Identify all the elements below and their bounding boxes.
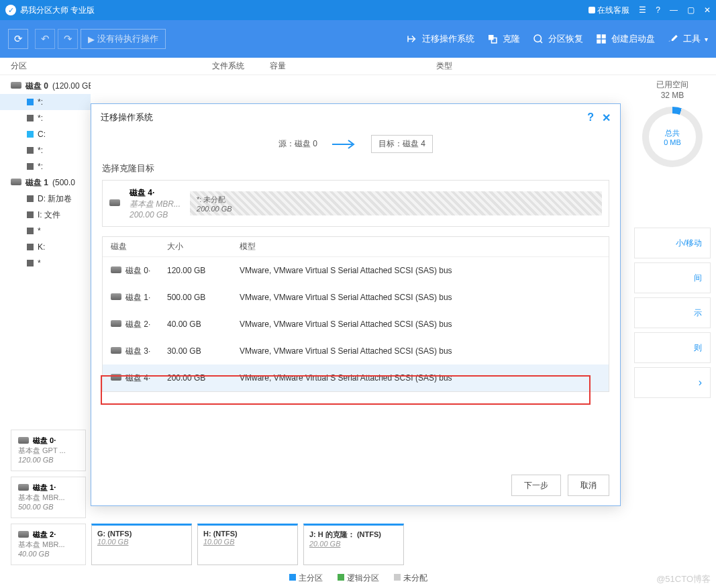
hdd-icon [111,346,121,356]
svg-point-2 [534,35,542,42]
disk-card[interactable]: 磁盘 2· 基本盘 MBR...40.00 GB [11,524,86,565]
partition-icon [27,99,34,105]
title-bar: ✓ 易我分区大师 专业版 在线客服 ☰ ? — ▢ ✕ [0,0,716,20]
partition-block[interactable]: J: H 的克隆： (NTFS)20.00 GB [303,524,404,565]
partition-icon [27,147,34,154]
col-filesystem: 文件系统 [212,60,270,72]
tree-part[interactable]: K: [0,239,91,255]
tree-part[interactable]: * [0,255,91,271]
tools-dropdown[interactable]: 工具 ▾ [667,33,708,45]
svg-rect-6 [602,40,606,44]
pending-ops-button[interactable]: ▶ 没有待执行操作 [81,29,166,49]
tree-part[interactable]: * [0,223,91,239]
partition-icon [27,195,34,202]
online-support-button[interactable]: 在线客服 [589,5,629,16]
partition-icon [27,131,34,138]
hdd-icon [18,437,29,445]
undo-button[interactable]: ↶ [35,29,55,49]
partition-icon [27,211,34,218]
minimize-icon[interactable]: — [670,5,678,15]
maximize-icon[interactable]: ▢ [687,5,695,15]
hdd-icon [111,373,121,383]
menu-list-icon[interactable]: ☰ [639,5,646,15]
op-more[interactable] [634,367,711,398]
refresh-button[interactable]: ⟳ [8,29,28,49]
svg-rect-5 [597,40,601,44]
hdd-icon [11,178,21,187]
col-partition: 分区 [11,60,212,72]
hdd-icon [111,266,121,275]
right-info-panel: 已用空间 32 MB 总共0 MB 小/移动 间 示 则 [629,75,716,406]
tree-part[interactable]: *: [0,158,91,175]
partition-legend: 主分区 逻辑分区 未分配 [0,573,716,584]
watermark: @51CTO博客 [656,573,711,585]
arrow-right-icon [331,139,358,150]
tree-disk-1[interactable]: 磁盘 1 (500.0 [0,175,91,191]
table-col-model: 模型 [240,241,609,252]
help-icon[interactable]: ? [656,5,660,15]
migrate-os-dialog: 迁移操作系统 ? ✕ 源：磁盘 0 目标：磁盘 4 选择克隆目标 磁盘 4· 基… [91,103,621,506]
partition-icon [27,244,34,250]
dialog-title: 迁移操作系统 [101,111,153,124]
redo-button[interactable]: ↷ [58,29,78,49]
cancel-button[interactable]: 取消 [568,475,609,496]
tree-part[interactable]: D: 新加卷 [0,191,91,207]
table-row[interactable]: 磁盘 1·500.00 GBVMware, VMware Virtual S S… [103,284,609,311]
tree-part[interactable]: *: [0,94,91,110]
partition-icon [27,115,34,121]
table-row[interactable]: 磁盘 3·30.00 GBVMware, VMware Virtual S Se… [103,338,609,364]
app-logo-icon: ✓ [5,5,16,15]
partition-icon [27,163,34,170]
partition-recovery-button[interactable]: 分区恢复 [532,33,583,45]
hdd-icon [18,531,29,539]
svg-rect-4 [602,34,606,38]
column-header: 分区 文件系统 容量 类型 [0,58,716,75]
app-title: 易我分区大师 专业版 [20,5,589,16]
hdd-icon [109,199,120,208]
table-row[interactable]: 磁盘 2·40.00 GBVMware, VMware Virtual S Se… [103,311,609,338]
tree-part[interactable]: *: [0,110,91,126]
op-row[interactable]: 示 [634,297,711,328]
tree-part[interactable]: C: [0,126,91,142]
table-col-disk: 磁盘 [103,241,167,252]
table-row[interactable]: 磁盘 0·120.00 GBVMware, VMware Virtual S S… [103,257,609,284]
source-target-row: 源：磁盘 0 目标：磁盘 4 [91,135,620,153]
disk-card[interactable]: 磁盘 1· 基本盘 MBR...500.00 GB [11,477,86,518]
create-bootdisk-button[interactable]: 创建启动盘 [595,33,655,45]
used-space-value: 32 MB [634,91,711,100]
close-icon[interactable]: ✕ [704,5,711,15]
op-resize-move[interactable]: 小/移动 [634,228,711,258]
tree-disk-0[interactable]: 磁盘 0 (120.00 GB, 基本盘, GPT 磁盘) [0,78,91,94]
dialog-close-icon[interactable]: ✕ [602,111,611,124]
usage-donut-chart: 总共0 MB [642,107,703,167]
migrate-os-button[interactable]: 迁移操作系统 [406,33,474,45]
hdd-icon [18,484,29,492]
table-row[interactable]: 磁盘 4·200.00 GBVMware, VMware Virtual S S… [103,364,609,391]
dialog-help-icon[interactable]: ? [587,111,594,124]
hdd-icon [11,81,21,91]
clone-target-label: 选择克隆目标 [91,162,620,180]
main-toolbar: ⟳ ↶ ↷ ▶ 没有待执行操作 迁移操作系统 克隆 分区恢复 创建启动盘 工具 … [0,20,716,58]
partition-block[interactable]: G: (NTFS)10.00 GB [91,524,192,565]
disk-card[interactable]: 磁盘 0· 基本盘 GPT ... 120.00 GB [11,430,86,471]
selected-target-row: 磁盘 4· 基本盘 MBR... 200.00 GB *: 未分配 200.00… [102,180,609,227]
partition-icon [27,260,34,266]
op-row[interactable]: 则 [634,332,711,363]
col-capacity: 容量 [270,60,436,72]
partition-block[interactable]: H: (NTFS)10.00 GB [197,524,298,565]
col-type: 类型 [436,60,716,72]
hdd-icon [111,320,121,329]
tree-part[interactable]: *: [0,142,91,158]
disk-table: 磁盘 大小 模型 磁盘 0·120.00 GBVMware, VMware Vi… [102,236,609,392]
table-col-size: 大小 [167,241,240,252]
tree-part[interactable]: I: 文件 [0,207,91,223]
partition-icon [27,228,34,234]
used-space-label: 已用空间 [634,79,711,91]
hdd-icon [111,293,121,302]
op-row[interactable]: 间 [634,262,711,293]
svg-rect-3 [597,34,601,38]
clone-button[interactable]: 克隆 [487,33,520,45]
next-button[interactable]: 下一步 [511,475,561,496]
